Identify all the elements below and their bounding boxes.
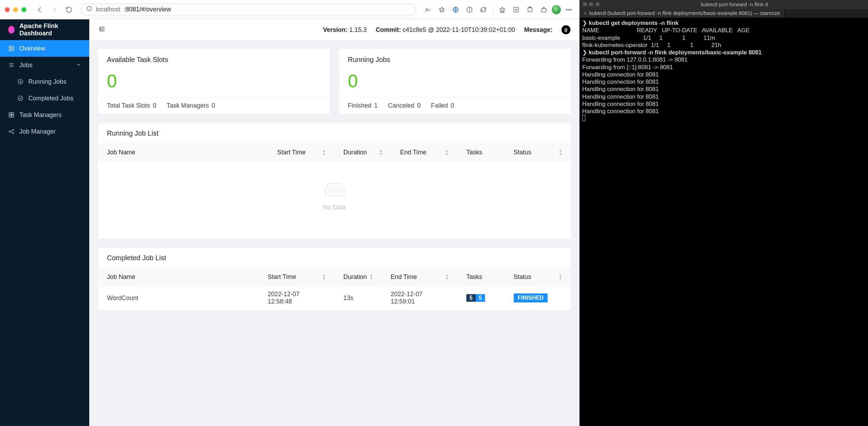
minimize-window-icon[interactable] — [13, 7, 18, 12]
card-footer: Finished1 Canceled0 Failed0 — [339, 97, 571, 114]
translate-icon[interactable] — [450, 4, 462, 16]
panel-running-jobs: Running Job List Job Name Start Time▲▼ D… — [98, 123, 571, 239]
col-status[interactable]: Status▲▼ — [505, 144, 571, 161]
sidebar-item-running-jobs[interactable]: Running Jobs — [0, 73, 89, 90]
brand[interactable]: Apache Flink Dashboard — [0, 19, 89, 40]
cell-tasks: 5 5 — [457, 286, 505, 310]
sort-icon[interactable]: ▲▼ — [558, 273, 562, 280]
app-header: Version: 1.15.3 Commit: c41c8e5 @ 2022-1… — [89, 19, 579, 40]
commit-label: Commit: — [376, 26, 401, 33]
terminal-body[interactable]: ❯ kubectl get deployments -n flink NAME … — [579, 18, 868, 426]
sort-icon[interactable]: ▲▼ — [322, 149, 326, 156]
col-start-time[interactable]: Start Time▲▼ — [268, 144, 334, 161]
toolbar-divider — [493, 6, 493, 13]
sort-icon[interactable]: ▲▼ — [558, 149, 562, 156]
col-tasks[interactable]: Tasks — [457, 269, 505, 286]
card-running-jobs: Running Jobs 0 Finished1 Canceled0 Faile… — [339, 48, 572, 115]
message-count-badge[interactable]: 0 — [561, 25, 570, 34]
share-icon[interactable] — [538, 4, 550, 16]
sidebar-item-label: Running Jobs — [28, 78, 66, 85]
favorites-bar-icon[interactable] — [496, 4, 508, 16]
tasks-total-badge: 5 — [466, 294, 476, 302]
extensions-icon[interactable] — [524, 4, 536, 16]
cluster-icon — [8, 128, 15, 135]
terminal-window-controls[interactable] — [583, 1, 602, 8]
svg-line-32 — [10, 130, 13, 132]
card-title: Running Jobs — [339, 49, 571, 71]
terminal-tabbar: × kubectl (kubectl port-forward -n flink… — [579, 9, 868, 18]
col-job-name[interactable]: Job Name — [98, 269, 259, 286]
col-end-time[interactable]: End Time▲▼ — [391, 144, 457, 161]
browser-chrome: localhost:8081/#/overview A» — [0, 0, 579, 19]
sort-icon[interactable]: ▲▼ — [445, 273, 448, 280]
terminal-tab[interactable]: × kubectl (kubectl port-forward -n flink… — [579, 9, 785, 18]
panel-title: Running Job List — [98, 123, 571, 144]
check-circle-icon — [17, 95, 24, 101]
col-start-time[interactable]: Start Time▲▼ — [259, 269, 335, 286]
forward-button[interactable] — [48, 4, 60, 16]
address-bar[interactable]: localhost:8081/#/overview — [81, 3, 416, 16]
sort-icon[interactable]: ▲▼ — [322, 273, 326, 280]
read-aloud-icon[interactable]: A» — [422, 4, 434, 16]
svg-point-29 — [9, 131, 10, 132]
col-duration[interactable]: Duration▲▼ — [335, 144, 391, 161]
svg-rect-10 — [529, 7, 531, 8]
site-info-icon[interactable] — [86, 6, 92, 13]
stat-label: Task Managers — [167, 102, 209, 109]
version-label: Version: — [323, 26, 348, 33]
svg-rect-28 — [12, 115, 14, 117]
tasks-done-badge: 5 — [476, 294, 485, 302]
cell-start-time: 2022-12-07 12:58:48 — [259, 286, 335, 310]
history-icon[interactable] — [464, 4, 475, 16]
table-row[interactable]: WordCount 2022-12-07 12:58:48 13s 2022-1… — [98, 286, 571, 310]
sidebar-item-label: Completed Jobs — [28, 95, 73, 102]
card-value: 0 — [339, 71, 571, 97]
back-button[interactable] — [34, 4, 46, 16]
card-title: Available Task Slots — [98, 49, 330, 71]
svg-rect-27 — [9, 115, 11, 117]
terminal-titlebar[interactable]: kubectl port-forward -n flink d — [579, 0, 868, 9]
stat-value: 0 — [451, 102, 454, 109]
col-duration[interactable]: Duration▲▼ — [335, 269, 382, 286]
col-status[interactable]: Status▲▼ — [505, 269, 571, 286]
col-end-time[interactable]: End Time▲▼ — [382, 269, 457, 286]
profile-avatar-icon[interactable] — [552, 5, 561, 14]
panel-title: Completed Job List — [98, 248, 571, 268]
sync-icon[interactable] — [477, 4, 489, 16]
refresh-button[interactable] — [63, 4, 75, 16]
sidebar-item-task-managers[interactable]: Task Managers — [0, 107, 89, 123]
favorite-icon[interactable] — [436, 4, 448, 16]
svg-marker-23 — [20, 81, 22, 83]
sort-icon[interactable]: ▲▼ — [445, 149, 448, 156]
collections-icon[interactable] — [510, 4, 522, 16]
collapse-sidebar-icon[interactable] — [98, 25, 106, 35]
sort-icon[interactable]: ▲▼ — [379, 149, 382, 156]
terminal-window: kubectl port-forward -n flink d × kubect… — [579, 0, 868, 426]
sidebar-item-label: Task Managers — [19, 111, 62, 119]
close-tab-icon[interactable]: × — [584, 10, 587, 17]
version-value: 1.15.3 — [349, 26, 367, 33]
col-job-name[interactable]: Job Name — [98, 144, 268, 161]
inbox-icon — [323, 182, 346, 197]
terminal-tab-title: kubectl (kubectl port-forward -n flink d… — [590, 10, 780, 17]
close-window-icon[interactable] — [5, 7, 10, 12]
sidebar-item-label: Jobs — [19, 62, 33, 69]
sidebar-item-job-manager[interactable]: Job Manager — [0, 123, 89, 140]
zoom-window-icon[interactable] — [21, 7, 26, 12]
browser-window: localhost:8081/#/overview A» — [0, 0, 579, 426]
sidebar-item-overview[interactable]: Overview — [0, 40, 89, 57]
sort-icon[interactable]: ▲▼ — [369, 273, 373, 280]
more-icon[interactable] — [563, 4, 575, 16]
card-footer: Total Task Slots0 Task Managers0 — [98, 97, 330, 114]
stat-value: 0 — [212, 102, 215, 109]
sidebar-item-jobs[interactable]: Jobs — [0, 57, 89, 73]
col-tasks[interactable]: Tasks — [457, 144, 505, 161]
chevron-up-icon — [76, 62, 81, 69]
svg-rect-15 — [9, 46, 11, 48]
running-jobs-table: Job Name Start Time▲▼ Duration▲▼ End Tim… — [98, 144, 571, 161]
sidebar-item-completed-jobs[interactable]: Completed Jobs — [0, 90, 89, 107]
svg-rect-11 — [541, 8, 546, 12]
svg-point-31 — [13, 133, 14, 134]
window-controls[interactable] — [5, 7, 26, 12]
url-path: :8081/#/overview — [124, 6, 171, 13]
